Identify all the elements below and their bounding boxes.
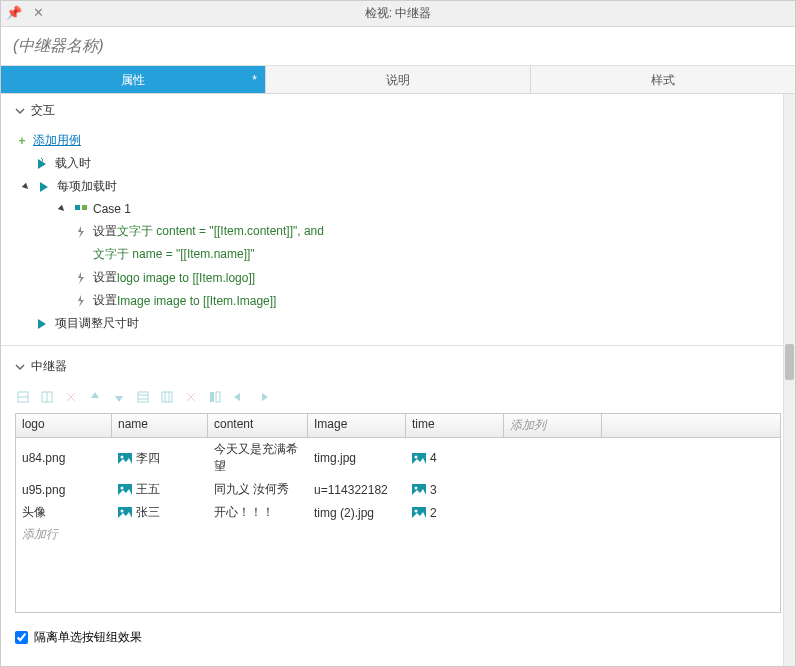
action-set-text[interactable]: 设置 文字于 content = "[[Item.content]]", and — [15, 220, 795, 243]
col-name[interactable]: name — [112, 414, 208, 437]
col-content[interactable]: content — [208, 414, 308, 437]
pin-icon[interactable]: 📌 — [7, 5, 21, 19]
svg-rect-13 — [216, 392, 220, 402]
svg-rect-12 — [210, 392, 214, 402]
col-logo[interactable]: logo — [16, 414, 112, 437]
event-onitemload[interactable]: 每项加载时 — [15, 175, 795, 198]
scroll-thumb[interactable] — [785, 344, 794, 380]
table-row[interactable]: 头像 张三 开心！！！ timg (2).jpg 2 — [16, 501, 780, 524]
col-spacer — [602, 414, 780, 437]
tab-notes[interactable]: 说明 — [266, 66, 531, 93]
cell-time[interactable]: 3 — [406, 480, 504, 499]
divider — [1, 345, 795, 346]
titlebar: 📌 ✕ 检视: 中继器 — [1, 1, 795, 27]
cell-name[interactable]: 王五 — [112, 480, 208, 499]
section-repeater-header[interactable]: 中继器 — [1, 350, 795, 381]
move-left-icon[interactable] — [231, 389, 247, 405]
table-row[interactable]: u84.png 李四 今天又是充满希望 timg.jpg 4 — [16, 438, 780, 478]
isolate-radio-row[interactable]: 隔离单选按钮组效果 — [1, 623, 795, 652]
case-icon — [73, 201, 89, 217]
delete-col-icon[interactable] — [183, 389, 199, 405]
chevron-expanded-icon — [19, 180, 33, 194]
inspector-window: 📌 ✕ 检视: 中继器 属性* 说明 样式 交互 + 添加用例 — [0, 0, 796, 667]
section-interactions-label: 交互 — [31, 102, 55, 119]
cell-name[interactable]: 李四 — [112, 440, 208, 476]
lightning-icon — [73, 293, 89, 309]
cell-content[interactable]: 同九义 汝何秀 — [208, 480, 308, 499]
event-icon — [35, 156, 51, 172]
lightning-icon — [73, 224, 89, 240]
move-right-icon[interactable] — [255, 389, 271, 405]
vertical-scrollbar[interactable] — [783, 94, 795, 666]
image-icon — [412, 453, 426, 464]
cell-content[interactable]: 开心！！！ — [208, 503, 308, 522]
col-time[interactable]: time — [406, 414, 504, 437]
delete-icon[interactable] — [63, 389, 79, 405]
case-1[interactable]: Case 1 — [15, 198, 795, 220]
add-row-placeholder[interactable]: 添加行 — [16, 524, 780, 545]
col-add[interactable]: 添加列 — [504, 414, 602, 437]
close-icon[interactable]: ✕ — [31, 5, 45, 19]
add-row-icon[interactable] — [15, 389, 31, 405]
svg-point-21 — [415, 487, 418, 490]
chevron-down-icon — [13, 360, 27, 374]
section-interactions-header[interactable]: 交互 — [1, 94, 795, 125]
svg-point-15 — [121, 455, 124, 458]
event-icon — [37, 179, 53, 195]
cell-logo[interactable]: u95.png — [16, 480, 112, 499]
window-title: 检视: 中继器 — [365, 5, 432, 22]
svg-rect-9 — [162, 392, 172, 402]
add-case-link[interactable]: 添加用例 — [33, 132, 81, 149]
cell-content[interactable]: 今天又是充满希望 — [208, 440, 308, 476]
event-onresize[interactable]: 项目调整尺寸时 — [15, 312, 795, 335]
action-set-image[interactable]: 设置 Image image to [[Item.Image]] — [15, 289, 795, 312]
table-header: logo name content Image time 添加列 — [16, 414, 780, 438]
repeater-data-table: logo name content Image time 添加列 u84.png… — [15, 413, 781, 613]
svg-point-23 — [121, 510, 124, 513]
cell-image[interactable]: u=114322182 — [308, 480, 406, 499]
svg-rect-1 — [82, 205, 87, 210]
image-icon — [118, 507, 132, 518]
move-down-icon[interactable] — [111, 389, 127, 405]
image-icon — [412, 507, 426, 518]
dirty-indicator: * — [252, 66, 257, 94]
cell-time[interactable]: 4 — [406, 440, 504, 476]
tab-properties[interactable]: 属性* — [1, 66, 266, 93]
cell-image[interactable]: timg (2).jpg — [308, 503, 406, 522]
plus-icon: + — [15, 134, 29, 148]
tab-bar: 属性* 说明 样式 — [1, 66, 795, 94]
chevron-down-icon — [13, 104, 27, 118]
tab-style[interactable]: 样式 — [531, 66, 795, 93]
col-image[interactable]: Image — [308, 414, 406, 437]
image-icon — [118, 453, 132, 464]
svg-point-19 — [121, 487, 124, 490]
cell-image[interactable]: timg.jpg — [308, 440, 406, 476]
grid1-icon[interactable] — [135, 389, 151, 405]
action-set-text-line2: 文字于 name = "[[Item.name]]" — [15, 243, 795, 266]
widget-name-input[interactable] — [13, 37, 783, 55]
event-icon — [35, 316, 51, 332]
lightning-icon — [73, 270, 89, 286]
panel-body: 交互 + 添加用例 载入时 每项加载时 — [1, 94, 795, 666]
move-up-icon[interactable] — [87, 389, 103, 405]
cell-logo[interactable]: u84.png — [16, 440, 112, 476]
grid3-icon[interactable] — [207, 389, 223, 405]
svg-rect-0 — [75, 205, 80, 210]
section-repeater-label: 中继器 — [31, 358, 67, 375]
add-case-row[interactable]: + 添加用例 — [15, 129, 795, 152]
repeater-toolbar — [1, 381, 795, 409]
action-set-logo[interactable]: 设置 logo image to [[Item.logo]] — [15, 266, 795, 289]
name-field-row — [1, 27, 795, 66]
isolate-checkbox[interactable] — [15, 631, 28, 644]
event-onload[interactable]: 载入时 — [15, 152, 795, 175]
grid2-icon[interactable] — [159, 389, 175, 405]
table-row[interactable]: u95.png 王五 同九义 汝何秀 u=114322182 3 — [16, 478, 780, 501]
chevron-expanded-icon — [55, 202, 69, 216]
cell-name[interactable]: 张三 — [112, 503, 208, 522]
cell-logo[interactable]: 头像 — [16, 503, 112, 522]
add-col-icon[interactable] — [39, 389, 55, 405]
svg-point-25 — [415, 510, 418, 513]
cell-time[interactable]: 2 — [406, 503, 504, 522]
isolate-label: 隔离单选按钮组效果 — [34, 629, 142, 646]
image-icon — [118, 484, 132, 495]
